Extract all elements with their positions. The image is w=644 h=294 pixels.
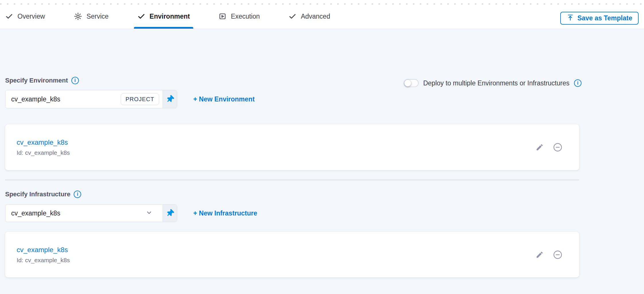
check-icon (5, 12, 13, 20)
minus-circle-icon (553, 250, 563, 260)
stage-tabs: Overview Service Environment (5, 4, 330, 29)
tab-label: Service (87, 13, 109, 20)
environment-select-field[interactable]: cv_example_k8s PROJECT (5, 90, 163, 108)
environment-select-group: cv_example_k8s PROJECT (5, 90, 177, 108)
upload-icon (567, 14, 574, 23)
edit-button[interactable] (536, 143, 544, 151)
remove-button[interactable] (553, 250, 563, 260)
edit-button[interactable] (536, 251, 544, 259)
stage-tab-bar: Overview Service Environment (0, 0, 644, 29)
info-icon[interactable]: i (574, 79, 581, 87)
infrastructure-card-title-link[interactable]: cv_example_k8s (17, 246, 68, 254)
pin-icon (165, 94, 175, 104)
check-icon (137, 12, 145, 20)
scope-tag: PROJECT (121, 93, 159, 105)
new-environment-link[interactable]: + New Environment (193, 90, 255, 108)
execution-icon (218, 12, 227, 20)
tab-service[interactable]: Service (74, 4, 109, 29)
environment-pin-button[interactable] (163, 90, 177, 108)
check-icon (288, 12, 296, 20)
environment-card-actions (536, 142, 563, 152)
environment-card-id: Id: cv_example_k8s (17, 149, 579, 156)
new-infrastructure-link[interactable]: + New Infrastructure (193, 204, 257, 222)
toggle-knob (404, 80, 411, 87)
pencil-icon (536, 143, 544, 151)
infrastructure-pin-button[interactable] (163, 205, 177, 222)
tab-advanced[interactable]: Advanced (288, 4, 330, 29)
save-as-template-button[interactable]: Save as Template (560, 12, 639, 25)
environment-selected-value: cv_example_k8s (11, 95, 60, 103)
environment-stage-panel: Specify Environment i Deploy to multiple… (0, 29, 644, 294)
infrastructure-card: cv_example_k8s Id: cv_example_k8s (5, 232, 579, 277)
pencil-icon (536, 251, 544, 259)
info-icon[interactable]: i (71, 77, 79, 84)
tab-label: Overview (17, 13, 45, 20)
infrastructure-selected-value: cv_example_k8s (11, 209, 60, 217)
environment-card: cv_example_k8s Id: cv_example_k8s (5, 124, 579, 170)
remove-button[interactable] (553, 142, 563, 152)
deploy-multiple-toggle-row: Deploy to multiple Environments or Infra… (404, 79, 581, 87)
tab-label: Advanced (301, 13, 330, 20)
chevron-down-icon (145, 209, 153, 217)
section-divider (5, 180, 579, 180)
tab-label: Execution (231, 13, 260, 20)
info-icon[interactable]: i (74, 191, 81, 198)
infrastructure-card-id: Id: cv_example_k8s (17, 257, 579, 264)
deploy-multiple-toggle-label: Deploy to multiple Environments or Infra… (423, 79, 569, 87)
save-as-template-label: Save as Template (577, 14, 632, 22)
deploy-multiple-toggle[interactable] (404, 79, 419, 87)
tab-environment[interactable]: Environment (137, 4, 190, 29)
tab-label: Environment (150, 13, 190, 20)
environment-card-title-link[interactable]: cv_example_k8s (17, 138, 68, 146)
infrastructure-select-group: cv_example_k8s (5, 204, 177, 222)
tab-overview[interactable]: Overview (5, 4, 45, 29)
tab-execution[interactable]: Execution (218, 4, 260, 29)
active-tab-underline (134, 27, 194, 29)
pin-icon (165, 208, 175, 218)
minus-circle-icon (553, 142, 563, 152)
infrastructure-card-actions (536, 250, 563, 260)
infrastructure-select-field[interactable]: cv_example_k8s (5, 205, 163, 222)
specify-environment-label: Specify Environment i (5, 77, 79, 84)
specify-infrastructure-label: Specify Infrastructure i (5, 191, 81, 198)
gear-icon (74, 12, 82, 21)
